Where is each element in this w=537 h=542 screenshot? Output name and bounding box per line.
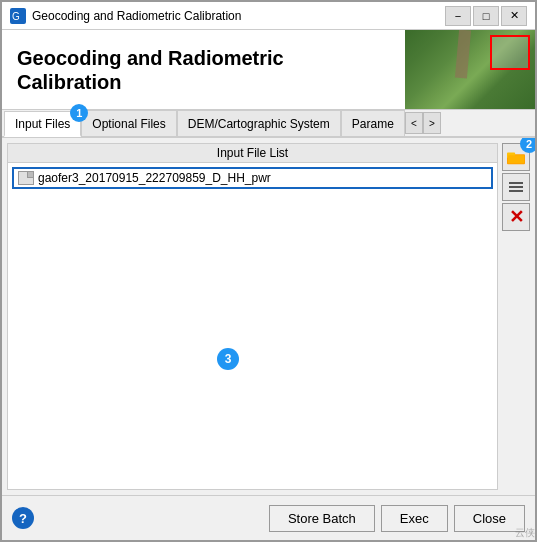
exec-button[interactable]: Exec xyxy=(381,505,448,532)
close-button[interactable]: ✕ xyxy=(501,6,527,26)
header-text-area: Geocoding and Radiometric Calibration xyxy=(2,30,405,109)
app-icon: G xyxy=(10,8,26,24)
help-button[interactable]: ? xyxy=(12,507,34,529)
delete-icon: ✕ xyxy=(509,208,524,226)
list-button[interactable] xyxy=(502,173,530,201)
header-image xyxy=(405,30,535,110)
side-buttons: 2 ✕ xyxy=(502,143,530,490)
header-section: Geocoding and Radiometric Calibration xyxy=(2,30,535,110)
badge-3: 3 xyxy=(217,348,239,370)
tab-optional-files[interactable]: Optional Files xyxy=(81,110,176,136)
file-name: gaofer3_20170915_222709859_D_HH_pwr xyxy=(38,171,271,185)
satellite-imagery xyxy=(405,30,535,110)
title-bar: G Geocoding and Radiometric Calibration … xyxy=(2,2,535,30)
svg-text:G: G xyxy=(12,11,20,22)
folder-btn-wrapper: 2 xyxy=(502,143,530,171)
tab-dem-cartographic[interactable]: DEM/Cartographic System xyxy=(177,110,341,136)
road-overlay xyxy=(455,30,471,78)
tab-input-files[interactable]: Input Files 1 xyxy=(4,111,81,137)
folder-icon xyxy=(507,149,525,165)
window-controls: − □ ✕ xyxy=(445,6,527,26)
selection-box xyxy=(490,35,530,70)
header-title: Geocoding and Radiometric Calibration xyxy=(17,46,284,94)
main-window: G Geocoding and Radiometric Calibration … xyxy=(0,0,537,542)
tab-prev-button[interactable]: < xyxy=(405,112,423,134)
store-batch-button[interactable]: Store Batch xyxy=(269,505,375,532)
window-title: Geocoding and Radiometric Calibration xyxy=(32,9,241,23)
minimize-button[interactable]: − xyxy=(445,6,471,26)
badge-2: 2 xyxy=(520,138,535,153)
tab-next-button[interactable]: > xyxy=(423,112,441,134)
file-list-body: gaofer3_20170915_222709859_D_HH_pwr xyxy=(8,163,497,193)
delete-button[interactable]: ✕ xyxy=(502,203,530,231)
file-list-area: Input File List gaofer3_20170915_2227098… xyxy=(7,143,498,490)
maximize-button[interactable]: □ xyxy=(473,6,499,26)
list-icon xyxy=(509,182,523,192)
svg-rect-4 xyxy=(508,155,524,163)
list-item[interactable]: gaofer3_20170915_222709859_D_HH_pwr xyxy=(12,167,493,189)
tab-bar: Input Files 1 Optional Files DEM/Cartogr… xyxy=(2,110,535,138)
watermark: 云侠 xyxy=(515,526,535,540)
title-bar-left: G Geocoding and Radiometric Calibration xyxy=(10,8,241,24)
file-list-body-wrapper: gaofer3_20170915_222709859_D_HH_pwr 3 xyxy=(8,163,497,489)
file-icon xyxy=(18,171,34,185)
bottom-bar: ? Store Batch Exec Close 云侠 xyxy=(2,495,535,540)
tab-parameters[interactable]: Parame xyxy=(341,110,405,136)
file-list-header: Input File List xyxy=(8,144,497,163)
main-content: Input File List gaofer3_20170915_2227098… xyxy=(2,138,535,495)
